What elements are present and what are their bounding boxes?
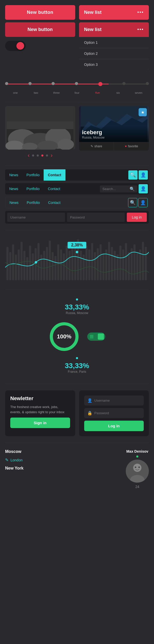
carousel-next[interactable]: › <box>51 152 52 159</box>
toggle-green[interactable] <box>87 333 105 341</box>
nav-search-icon-1[interactable]: 🔍 <box>128 170 138 180</box>
dropdown-dots-2: ••• <box>137 27 144 32</box>
nav-news-1[interactable]: News <box>5 169 22 181</box>
step-label-1: one <box>5 91 26 94</box>
nav-portfolio-2[interactable]: Portfolio <box>22 183 44 194</box>
rocks-photo <box>5 106 75 150</box>
user-icon: 👤 <box>87 398 92 403</box>
svg-rect-47 <box>100 244 102 280</box>
card-actions: ✎ share ♥ favorite <box>79 142 149 151</box>
stats-top: 33,33% Russia, Moscow <box>0 291 154 319</box>
carousel-dot-1[interactable] <box>32 154 34 157</box>
svg-rect-16 <box>12 244 14 280</box>
svg-rect-8 <box>7 106 73 124</box>
dropdown-2-header[interactable]: New list ••• <box>79 22 149 37</box>
step-dot-5 <box>98 82 102 86</box>
svg-rect-50 <box>108 242 110 280</box>
profile-avatar[interactable] <box>126 460 149 483</box>
card-overlay: iceberg Russia, Moscow <box>79 127 149 142</box>
carousel-prev[interactable]: ‹ <box>28 152 30 159</box>
heart-icon: ♥ <box>125 144 127 148</box>
svg-rect-19 <box>21 242 23 280</box>
login-card: 👤 🔒 Log in <box>79 390 149 436</box>
nav-user-icon-1[interactable]: 👤 <box>139 170 148 180</box>
chart-label: 2,38% <box>68 242 86 248</box>
newsletter-signin-button[interactable]: Sign in <box>10 418 70 428</box>
username-field: 👤 <box>84 396 144 406</box>
search-icon-2: 🔍 <box>130 186 135 191</box>
step-dot-4 <box>75 82 78 85</box>
svg-point-71 <box>135 466 136 468</box>
carousel-dot-2[interactable] <box>37 154 39 157</box>
location-london-link[interactable]: ✎ London <box>5 458 122 462</box>
info-card-bg: ★ iceberg Russia, Moscow <box>79 106 149 142</box>
step-dot-3 <box>52 82 55 85</box>
svg-rect-40 <box>80 251 82 280</box>
search-icon-3[interactable]: 🔍 <box>128 198 137 207</box>
svg-point-69 <box>133 464 141 472</box>
card-favorite-button[interactable]: ♥ favorite <box>114 142 149 151</box>
photo-carousel: ‹ › <box>5 106 75 159</box>
external-link-icon: ✎ <box>5 458 8 462</box>
login-password-input[interactable] <box>94 411 141 415</box>
step-dot-7 <box>146 82 149 85</box>
step-track[interactable] <box>5 79 149 89</box>
nav-bar-1: News Portfolio Contact 🔍 👤 <box>5 169 149 181</box>
newsletter-title: Newletter <box>10 396 70 401</box>
info-card: ★ iceberg Russia, Moscow ✎ share ♥ favor… <box>79 106 149 159</box>
svg-rect-42 <box>85 246 88 280</box>
nav-contact-3[interactable]: Contact <box>44 197 64 208</box>
tgl-line-1 <box>90 335 93 336</box>
svg-rect-9 <box>7 121 73 129</box>
dropdown-option-1[interactable]: Option 1 <box>79 37 149 48</box>
tgl-line-2 <box>90 336 93 337</box>
svg-rect-31 <box>54 256 56 280</box>
dropdown-1[interactable]: New list ••• <box>79 5 149 20</box>
new-button-secondary[interactable]: New button <box>5 22 75 37</box>
newsletter-card: Newletter The freshest creative work, jo… <box>5 390 75 436</box>
step-labels: one two three four five six seven <box>5 91 149 94</box>
nav-bar-2: News Portfolio Contact 🔍 👤 <box>5 183 149 194</box>
username-input[interactable] <box>7 213 65 222</box>
dropdown-option-3[interactable]: Option 3 <box>79 59 149 70</box>
dropdown-1-title: New list <box>84 10 102 15</box>
svg-rect-35 <box>66 246 68 280</box>
svg-rect-26 <box>40 255 42 280</box>
svg-rect-15 <box>9 252 11 280</box>
svg-rect-62 <box>142 242 144 280</box>
dropdown-option-2[interactable]: Option 2 <box>79 48 149 59</box>
login-username-input[interactable] <box>94 399 141 402</box>
stat-location-2: France, Paris <box>5 370 149 373</box>
carousel-dot-4[interactable] <box>46 154 48 157</box>
nav-contact-2[interactable]: Contact <box>44 183 64 194</box>
carousel-dot-3[interactable] <box>41 154 43 157</box>
nav-portfolio-1[interactable]: Portfolio <box>22 169 44 181</box>
card-share-button[interactable]: ✎ share <box>79 142 114 151</box>
nav-news-2[interactable]: News <box>5 183 22 194</box>
step-dot-6 <box>122 82 126 85</box>
toggle-switch[interactable] <box>5 41 26 51</box>
nav-user-icon-3[interactable]: 👤 <box>138 198 148 207</box>
location-london-label: London <box>11 458 23 462</box>
login-card-button[interactable]: Log in <box>84 421 144 431</box>
toggle-knob <box>16 42 24 50</box>
svg-point-64 <box>35 261 37 264</box>
new-button-primary[interactable]: New button <box>5 5 75 20</box>
login-button[interactable]: Log in <box>127 213 147 222</box>
nav-user-icon-2[interactable]: 👤 <box>139 184 148 193</box>
nav-portfolio-3[interactable]: Portfolio <box>23 197 44 208</box>
nav-search-input[interactable] <box>102 187 128 191</box>
nav-contact-1[interactable]: Contact <box>44 169 65 181</box>
dropdown-1-header[interactable]: New list ••• <box>79 5 149 20</box>
svg-rect-32 <box>57 244 59 280</box>
svg-rect-60 <box>136 253 138 280</box>
svg-rect-43 <box>88 250 90 280</box>
dropdown-2[interactable]: New list ••• Option 1 Option 2 Option 3 <box>79 22 149 70</box>
avatar-svg <box>126 460 149 483</box>
carousel-nav: ‹ › <box>5 152 75 159</box>
password-input[interactable] <box>67 213 125 222</box>
svg-rect-17 <box>15 255 17 280</box>
card-star-badge[interactable]: ★ <box>139 108 147 116</box>
image-card-section: ‹ › ★ iceberg Russia, Moscow ✎ <box>0 103 154 164</box>
nav-news-3[interactable]: News <box>5 197 23 208</box>
